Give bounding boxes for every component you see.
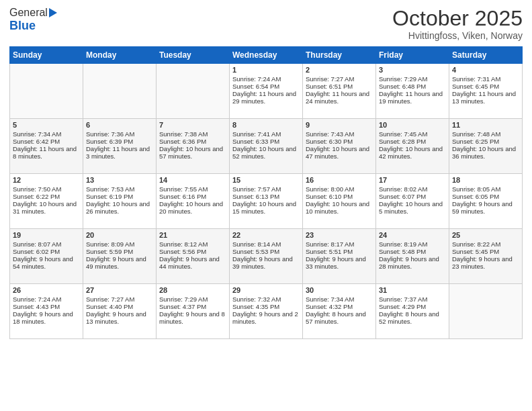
sunset: Sunset: 4:43 PM	[13, 303, 60, 310]
col-tuesday: Tuesday	[157, 47, 230, 64]
daylight: Daylight: 11 hours and 24 minutes.	[306, 90, 369, 105]
day-number: 7	[159, 121, 226, 129]
sunrise: Sunrise: 7:32 AM	[232, 295, 281, 303]
daylight: Daylight: 8 hours and 52 minutes.	[379, 310, 439, 325]
daylight: Daylight: 10 hours and 26 minutes.	[86, 200, 150, 215]
sunset: Sunset: 6:54 PM	[232, 83, 279, 90]
sunrise: Sunrise: 7:24 AM	[232, 75, 281, 83]
daylight: Daylight: 9 hours and 8 minutes.	[159, 310, 225, 325]
day-number: 14	[159, 176, 226, 184]
sunrise: Sunrise: 8:14 AM	[232, 240, 281, 248]
calendar-week-5: 26Sunrise: 7:24 AMSunset: 4:43 PMDayligh…	[10, 284, 523, 339]
calendar-cell: 10Sunrise: 7:45 AMSunset: 6:28 PMDayligh…	[376, 119, 449, 174]
sunrise: Sunrise: 7:29 AM	[159, 295, 208, 303]
sunrise: Sunrise: 8:17 AM	[306, 240, 354, 248]
col-sunday: Sunday	[10, 47, 83, 64]
calendar-table: Sunday Monday Tuesday Wednesday Thursday…	[9, 46, 523, 339]
calendar-week-4: 19Sunrise: 8:07 AMSunset: 6:02 PMDayligh…	[10, 229, 523, 284]
daylight: Daylight: 10 hours and 42 minutes.	[379, 145, 443, 160]
sunrise: Sunrise: 7:34 AM	[13, 130, 61, 138]
calendar-cell: 15Sunrise: 7:57 AMSunset: 6:13 PMDayligh…	[230, 174, 303, 229]
day-number: 6	[86, 121, 153, 129]
daylight: Daylight: 9 hours and 23 minutes.	[452, 255, 513, 270]
sunrise: Sunrise: 7:41 AM	[232, 130, 281, 138]
sunset: Sunset: 6:10 PM	[306, 193, 353, 200]
calendar-cell: 13Sunrise: 7:53 AMSunset: 6:19 PMDayligh…	[83, 174, 157, 229]
sunset: Sunset: 4:29 PM	[379, 303, 426, 310]
sunset: Sunset: 6:13 PM	[232, 193, 279, 200]
sunrise: Sunrise: 7:27 AM	[86, 295, 134, 303]
sunrise: Sunrise: 7:38 AM	[159, 130, 208, 138]
title-block: October 2025 Hvittingfoss, Viken, Norway	[392, 7, 523, 41]
sunset: Sunset: 4:35 PM	[232, 303, 279, 310]
daylight: Daylight: 9 hours and 44 minutes.	[159, 255, 220, 270]
day-number: 24	[379, 231, 446, 239]
day-number: 17	[379, 176, 446, 184]
sunrise: Sunrise: 7:55 AM	[159, 185, 208, 193]
calendar-cell: 8Sunrise: 7:41 AMSunset: 6:33 PMDaylight…	[230, 119, 303, 174]
header-row: Sunday Monday Tuesday Wednesday Thursday…	[10, 47, 523, 64]
calendar-cell: 28Sunrise: 7:29 AMSunset: 4:37 PMDayligh…	[157, 284, 230, 339]
daylight: Daylight: 10 hours and 15 minutes.	[232, 200, 296, 215]
sunset: Sunset: 4:37 PM	[159, 303, 206, 310]
calendar-cell: 31Sunrise: 7:37 AMSunset: 4:29 PMDayligh…	[376, 284, 449, 339]
col-thursday: Thursday	[303, 47, 376, 64]
calendar-cell: 24Sunrise: 8:19 AMSunset: 5:48 PMDayligh…	[376, 229, 449, 284]
sunset: Sunset: 5:53 PM	[232, 248, 279, 255]
calendar-cell: 23Sunrise: 8:17 AMSunset: 5:51 PMDayligh…	[303, 229, 376, 284]
day-number: 15	[232, 176, 300, 184]
sunrise: Sunrise: 7:50 AM	[13, 185, 61, 193]
sunset: Sunset: 4:40 PM	[86, 303, 133, 310]
sunrise: Sunrise: 7:36 AM	[86, 130, 134, 138]
sunset: Sunset: 5:45 PM	[452, 248, 499, 255]
sunrise: Sunrise: 8:22 AM	[452, 240, 500, 248]
day-number: 29	[232, 286, 300, 294]
day-number: 10	[379, 121, 446, 129]
calendar-week-1: 1Sunrise: 7:24 AMSunset: 6:54 PMDaylight…	[10, 64, 523, 119]
logo: General Blue	[9, 7, 57, 33]
col-friday: Friday	[376, 47, 449, 64]
sunset: Sunset: 6:45 PM	[452, 83, 499, 90]
main-container: General Blue October 2025 Hvittingfoss, …	[0, 0, 532, 343]
calendar-cell	[83, 64, 157, 119]
sunrise: Sunrise: 7:27 AM	[306, 75, 354, 83]
calendar-cell: 25Sunrise: 8:22 AMSunset: 5:45 PMDayligh…	[449, 229, 523, 284]
calendar-cell: 21Sunrise: 8:12 AMSunset: 5:56 PMDayligh…	[157, 229, 230, 284]
daylight: Daylight: 9 hours and 54 minutes.	[13, 255, 73, 270]
sunset: Sunset: 5:48 PM	[379, 248, 426, 255]
daylight: Daylight: 10 hours and 20 minutes.	[159, 200, 223, 215]
daylight: Daylight: 9 hours and 39 minutes.	[232, 255, 293, 270]
calendar-cell: 12Sunrise: 7:50 AMSunset: 6:22 PMDayligh…	[10, 174, 83, 229]
sunrise: Sunrise: 8:19 AM	[379, 240, 427, 248]
day-number: 9	[306, 121, 373, 129]
sunset: Sunset: 4:32 PM	[306, 303, 353, 310]
calendar-cell: 27Sunrise: 7:27 AMSunset: 4:40 PMDayligh…	[83, 284, 157, 339]
sunrise: Sunrise: 7:24 AM	[13, 295, 61, 303]
calendar-cell: 3Sunrise: 7:29 AMSunset: 6:48 PMDaylight…	[376, 64, 449, 119]
day-number: 4	[452, 66, 519, 74]
day-number: 3	[379, 66, 446, 74]
calendar-cell: 22Sunrise: 8:14 AMSunset: 5:53 PMDayligh…	[230, 229, 303, 284]
day-number: 20	[86, 231, 153, 239]
sunset: Sunset: 6:30 PM	[306, 138, 353, 145]
daylight: Daylight: 10 hours and 10 minutes.	[306, 200, 369, 215]
calendar-cell: 17Sunrise: 8:02 AMSunset: 6:07 PMDayligh…	[376, 174, 449, 229]
day-number: 28	[159, 286, 226, 294]
daylight: Daylight: 10 hours and 52 minutes.	[232, 145, 296, 160]
sunrise: Sunrise: 8:00 AM	[306, 185, 354, 193]
calendar-cell	[449, 284, 523, 339]
sunrise: Sunrise: 8:05 AM	[452, 185, 500, 193]
logo-blue-text: Blue	[9, 19, 36, 33]
day-number: 30	[306, 286, 373, 294]
calendar-cell: 29Sunrise: 7:32 AMSunset: 4:35 PMDayligh…	[230, 284, 303, 339]
daylight: Daylight: 9 hours and 28 minutes.	[379, 255, 439, 270]
calendar-cell	[157, 64, 230, 119]
calendar-cell: 26Sunrise: 7:24 AMSunset: 4:43 PMDayligh…	[10, 284, 83, 339]
sunset: Sunset: 5:56 PM	[159, 248, 206, 255]
daylight: Daylight: 9 hours and 59 minutes.	[452, 200, 513, 215]
day-number: 21	[159, 231, 226, 239]
day-number: 16	[306, 176, 373, 184]
calendar-week-2: 5Sunrise: 7:34 AMSunset: 6:42 PMDaylight…	[10, 119, 523, 174]
daylight: Daylight: 11 hours and 3 minutes.	[86, 145, 150, 160]
sunset: Sunset: 6:02 PM	[13, 248, 60, 255]
